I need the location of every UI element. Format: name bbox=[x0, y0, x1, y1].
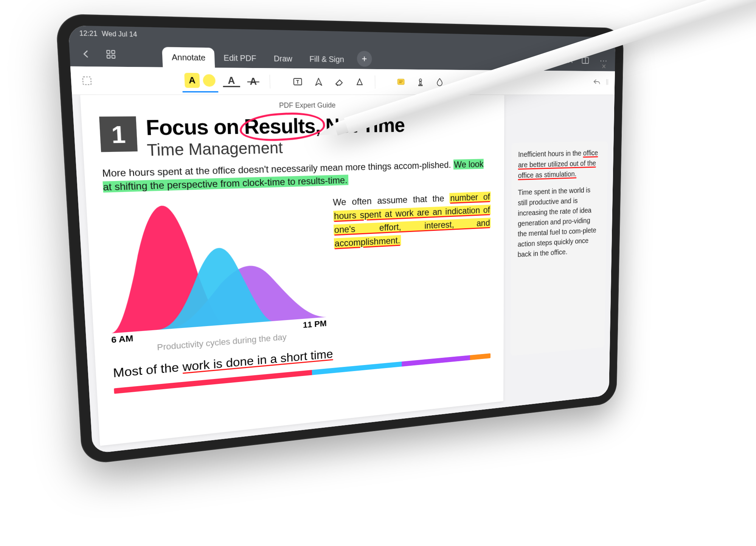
undo-button[interactable] bbox=[593, 78, 601, 88]
svg-rect-9 bbox=[82, 77, 91, 85]
svg-rect-14 bbox=[607, 79, 608, 85]
plus-icon: + bbox=[362, 53, 367, 64]
status-time: 12:21 bbox=[79, 29, 98, 38]
pencil-label: ✎ Pencil bbox=[740, 0, 756, 1]
status-date: Wed Jul 14 bbox=[101, 30, 137, 38]
grid-view-button[interactable] bbox=[102, 46, 119, 62]
battery-icon bbox=[598, 41, 608, 46]
screen: 12:21 Wed Jul 14 bbox=[68, 25, 615, 454]
tab-edit-pdf[interactable]: Edit PDF bbox=[214, 48, 265, 68]
pen-tool[interactable] bbox=[310, 73, 327, 90]
back-button[interactable] bbox=[77, 46, 94, 62]
svg-rect-6 bbox=[112, 55, 115, 58]
side-note-p2: Time spent in the world is still product… bbox=[517, 185, 601, 260]
svg-rect-13 bbox=[606, 79, 607, 85]
note-tool[interactable] bbox=[393, 74, 408, 90]
mid-text-plain: We often assume that the bbox=[333, 193, 450, 207]
chart-x-end: 11 PM bbox=[303, 319, 326, 330]
side-note-p1-plain: Inefficient hours in the bbox=[518, 149, 583, 159]
text-strike-tool[interactable]: A bbox=[244, 73, 262, 90]
bookmarks-button[interactable] bbox=[579, 54, 591, 67]
heading-pre: Focus on bbox=[145, 115, 244, 140]
highlight-color-swatch[interactable] bbox=[203, 74, 216, 87]
tab-annotate-label: Annotate bbox=[171, 53, 205, 63]
svg-rect-3 bbox=[107, 50, 110, 53]
highlight-sample: A bbox=[184, 73, 200, 88]
tab-draw[interactable]: Draw bbox=[265, 48, 301, 68]
productivity-chart bbox=[104, 196, 326, 333]
heading-post: Not Time bbox=[320, 114, 405, 137]
chart: 6 AM 11 PM Productivity cycles during th… bbox=[104, 196, 327, 356]
annotate-toolbar: A A A T bbox=[70, 67, 615, 95]
eraser-tool[interactable] bbox=[331, 73, 347, 90]
intro-text: More hours spent at the office doesn't n… bbox=[102, 159, 453, 179]
intro-paragraph: More hours spent at the office doesn't n… bbox=[102, 158, 491, 194]
redo-button[interactable] bbox=[605, 78, 608, 88]
section-number: 1 bbox=[99, 116, 138, 152]
ipad-frame: 12:21 Wed Jul 14 bbox=[55, 14, 624, 465]
search-button[interactable] bbox=[546, 53, 558, 67]
page-subheading: Time Management bbox=[146, 136, 491, 159]
mode-tabs: Annotate Edit PDF Draw Fill & Sign + bbox=[161, 43, 372, 69]
chart-x-start: 6 AM bbox=[111, 333, 133, 345]
tab-annotate[interactable]: Annotate bbox=[162, 47, 215, 68]
text-settings-button[interactable]: AA bbox=[565, 54, 572, 67]
mid-paragraph: We often assume that the number of hours… bbox=[332, 190, 490, 338]
tab-draw-label: Draw bbox=[273, 54, 292, 63]
tab-edit-pdf-label: Edit PDF bbox=[223, 53, 256, 63]
svg-text:T: T bbox=[296, 79, 300, 84]
close-toolbar-button[interactable]: ✕ bbox=[601, 62, 606, 70]
tab-fill-sign[interactable]: Fill & Sign bbox=[300, 49, 352, 69]
select-tool[interactable] bbox=[80, 74, 94, 87]
heading-circled: Results, bbox=[244, 115, 320, 138]
tab-fill-sign-label: Fill & Sign bbox=[309, 54, 344, 64]
svg-rect-4 bbox=[111, 51, 115, 54]
pdf-page[interactable]: PDF Expert Guide 1 Focus on Results, Not… bbox=[80, 95, 504, 446]
document-title: PDF Expert Guide bbox=[98, 101, 491, 111]
side-note-p1: Inefficient hours in the office are bett… bbox=[518, 148, 601, 181]
add-tab-button[interactable]: + bbox=[357, 51, 372, 67]
sub2-plain: Most of the bbox=[112, 360, 182, 380]
svg-rect-1 bbox=[599, 42, 605, 45]
document-area: PDF Expert Guide 1 Focus on Results, Not… bbox=[72, 95, 614, 454]
svg-rect-5 bbox=[107, 55, 110, 58]
text-box-tool[interactable]: T bbox=[289, 73, 306, 90]
side-note: Inefficient hours in the office are bett… bbox=[511, 141, 608, 356]
stamp-tool[interactable] bbox=[413, 74, 428, 90]
text-underline-tool[interactable]: A bbox=[222, 76, 240, 87]
wifi-icon bbox=[588, 40, 595, 46]
svg-rect-2 bbox=[606, 43, 607, 45]
highlight-tool-group[interactable]: A bbox=[182, 70, 218, 93]
svg-rect-12 bbox=[397, 79, 404, 84]
opacity-tool[interactable] bbox=[432, 74, 447, 90]
shape-tool[interactable] bbox=[351, 73, 367, 90]
page-heading: Focus on Results, Not Time bbox=[145, 114, 491, 139]
